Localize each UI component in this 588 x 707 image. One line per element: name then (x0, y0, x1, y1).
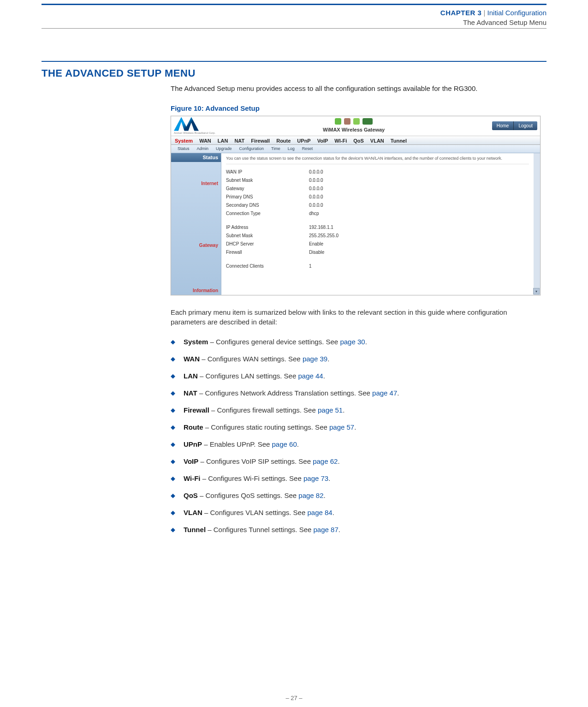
page-link[interactable]: page 73 (303, 474, 328, 482)
menu-item-tail: . (343, 406, 344, 414)
sidebar-internet: Internet (171, 176, 221, 188)
menu-item: UPnP – Enables UPnP. See page 60. (171, 436, 542, 453)
sidebar-gateway: Gateway (171, 238, 221, 250)
tab-vlan[interactable]: VLAN (370, 138, 384, 144)
kv-key: Connected Clients (226, 263, 309, 270)
page-link[interactable]: page 84 (307, 509, 332, 516)
menu-item: QoS – Configures QoS settings. See page … (171, 487, 542, 504)
page-header: CHAPTER 3 | Initial Configuration The Ad… (42, 8, 546, 27)
subtab-log[interactable]: Log (288, 146, 295, 152)
chapter-label: CHAPTER 3 (440, 9, 482, 17)
tab-tunnel[interactable]: Tunnel (391, 138, 407, 144)
menu-item-desc: – Configures Tunnel settings. See (206, 526, 313, 533)
menu-item-tail: . (339, 526, 340, 533)
menu-item-tail: . (397, 389, 399, 397)
tab-system[interactable]: System (175, 138, 193, 144)
menu-item-tail: . (324, 491, 326, 499)
page-link[interactable]: page 62 (313, 457, 338, 465)
logo: Accton Wireless Broadband Corp. (174, 117, 215, 135)
menu-item-desc: – Configures Network Address Translation… (197, 389, 372, 397)
scrollbar-down-icon[interactable]: ▾ (533, 288, 540, 294)
menu-item: Firewall – Configures firewall settings.… (171, 401, 542, 419)
page-link[interactable]: page 60 (272, 440, 297, 448)
kv-value: 1 (309, 263, 312, 270)
menu-item-name: NAT (184, 389, 197, 397)
kv-value: 0.0.0.0 (309, 177, 323, 184)
tab-wifi[interactable]: WI-Fi (334, 138, 347, 144)
menu-item: VoIP – Configures VoIP SIP settings. See… (171, 453, 542, 470)
page-link[interactable]: page 39 (303, 355, 327, 363)
menu-item-tail: . (297, 440, 299, 448)
page-link[interactable]: page 87 (314, 526, 339, 533)
menu-item: Wi-Fi – Configures Wi-Fi settings. See p… (171, 470, 542, 487)
kv-key: Subnet Mask (226, 177, 309, 184)
kv-row: Subnet Mask255.255.255.0 (226, 232, 529, 240)
menu-item-desc: – Configures general device settings. Se… (208, 338, 340, 346)
page-link[interactable]: page 51 (318, 406, 343, 414)
menu-item-desc: – Configures QoS settings. See (198, 491, 298, 499)
page-link[interactable]: page 30 (340, 338, 365, 346)
kv-value: 192.168.1.1 (309, 224, 333, 231)
tab-route[interactable]: Route (276, 138, 291, 144)
menu-item: NAT – Configures Network Address Transla… (171, 384, 542, 401)
kv-key: Gateway (226, 186, 309, 192)
subtab-admin[interactable]: Admin (197, 146, 209, 152)
page-link[interactable]: page 47 (372, 389, 397, 397)
menu-item-name: WAN (184, 355, 200, 363)
kv-value: 0.0.0.0 (309, 194, 323, 200)
kv-key: DHCP Server (226, 241, 309, 247)
tab-firewall[interactable]: Firewall (251, 138, 270, 144)
page-link[interactable]: page 44 (298, 372, 323, 380)
kv-key: IP Address (226, 224, 309, 231)
logout-button[interactable]: Logout (513, 121, 537, 130)
menu-item-tail: . (327, 355, 329, 363)
menu-item-tail: . (365, 338, 367, 346)
status-hint: You can use the status screen to see the… (226, 156, 529, 165)
kv-row: Gateway0.0.0.0 (226, 185, 529, 193)
subtab-status[interactable]: Status (178, 146, 190, 152)
subtab-configuration[interactable]: Configuration (239, 146, 264, 152)
menu-item-tail: . (328, 474, 330, 482)
tab-voip[interactable]: VoIP (317, 138, 328, 144)
page-link[interactable]: page 82 (298, 491, 323, 499)
tab-wan[interactable]: WAN (199, 138, 211, 144)
menu-item: Route – Configures static routing settin… (171, 419, 542, 436)
chapter-subtitle: The Advanced Setup Menu (42, 18, 546, 27)
menu-item-desc: – Configures Wi-Fi settings. See (201, 474, 303, 482)
kv-value: 0.0.0.0 (309, 169, 323, 175)
plant-icon (353, 118, 360, 125)
kv-value: Disable (309, 249, 324, 256)
kv-value: dhcp (309, 210, 319, 217)
kv-value: Enable (309, 241, 323, 247)
home-button[interactable]: Home (492, 121, 514, 130)
kv-value: 0.0.0.0 (309, 186, 323, 192)
tab-upnp[interactable]: UPnP (297, 138, 310, 144)
sub-tabs: Status Admin Upgrade Configuration Time … (171, 145, 540, 153)
figure-caption: Figure 10: Advanced Setup (171, 103, 542, 113)
kv-row: FirewallDisable (226, 248, 529, 257)
menu-item: LAN – Configures LAN settings. See page … (171, 367, 542, 384)
tab-nat[interactable]: NAT (234, 138, 244, 144)
menu-item: System – Configures general device setti… (171, 333, 542, 350)
subtab-upgrade[interactable]: Upgrade (216, 146, 232, 152)
advanced-setup-screenshot: Accton Wireless Broadband Corp. WiMAX Wi… (171, 116, 540, 295)
menu-item-name: VoIP (184, 457, 198, 465)
kv-key: Firewall (226, 249, 309, 256)
butterfly-icon (344, 118, 350, 125)
menu-item-name: Tunnel (184, 526, 206, 533)
kv-value: 0.0.0.0 (309, 202, 323, 209)
page-link[interactable]: page 57 (329, 423, 354, 431)
menu-item-tail: . (354, 423, 356, 431)
menu-item-desc: – Configures LAN settings. See (198, 372, 298, 380)
subtab-reset[interactable]: Reset (302, 146, 313, 152)
sidebar-information: Information (171, 283, 221, 295)
tab-qos[interactable]: QoS (353, 138, 364, 144)
header-icons (335, 118, 373, 126)
menu-item: WAN – Configures WAN settings. See page … (171, 350, 542, 367)
subtab-time[interactable]: Time (271, 146, 280, 152)
kv-row: Connection Typedhcp (226, 210, 529, 218)
tab-lan[interactable]: LAN (218, 138, 228, 144)
menu-item-tail: . (323, 372, 325, 380)
menu-item-tail: . (338, 457, 339, 465)
menu-item-desc: – Configures static routing settings. Se… (203, 423, 329, 431)
